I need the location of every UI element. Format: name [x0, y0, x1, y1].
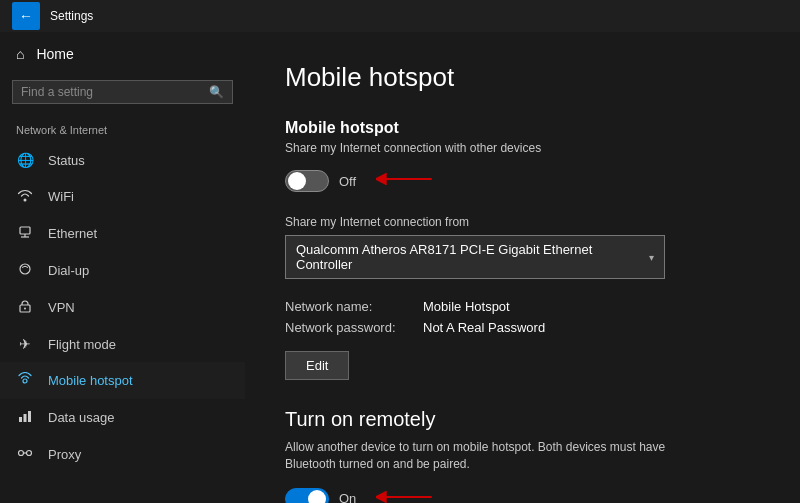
flight-icon: ✈: [16, 336, 34, 352]
sidebar-item-label: Ethernet: [48, 226, 97, 241]
network-password-label: Network password:: [285, 320, 415, 335]
hotspot-toggle[interactable]: [285, 170, 329, 192]
svg-point-6: [23, 379, 27, 383]
remote-toggle-row: On: [285, 485, 760, 503]
sidebar-section-title: Network & Internet: [0, 116, 245, 142]
hotspot-section-title: Mobile hotspot: [285, 119, 760, 137]
titlebar-title: Settings: [50, 9, 93, 23]
sidebar-item-label: VPN: [48, 300, 75, 315]
sidebar-item-vpn[interactable]: VPN: [0, 289, 245, 326]
edit-button[interactable]: Edit: [285, 351, 349, 380]
arrow-annotation-2: [376, 485, 436, 503]
sidebar-item-proxy[interactable]: Proxy: [0, 436, 245, 473]
hotspot-toggle-knob: [288, 172, 306, 190]
back-button[interactable]: ←: [12, 2, 40, 30]
sidebar-item-label: Flight mode: [48, 337, 116, 352]
sidebar-item-label: Status: [48, 153, 85, 168]
dropdown-label: Share my Internet connection from: [285, 215, 760, 229]
sidebar-item-label: Mobile hotspot: [48, 373, 133, 388]
sidebar-item-wifi[interactable]: WiFi: [0, 178, 245, 215]
remotely-title: Turn on remotely: [285, 408, 760, 431]
svg-point-5: [24, 308, 26, 310]
sidebar-item-label: Dial-up: [48, 263, 89, 278]
wifi-icon: [16, 188, 34, 205]
sidebar-item-label: Proxy: [48, 447, 81, 462]
svg-rect-9: [28, 411, 31, 422]
network-name-row: Network name: Mobile Hotspot: [285, 299, 760, 314]
sidebar-item-dialup[interactable]: Dial-up: [0, 252, 245, 289]
connection-dropdown[interactable]: Qualcomm Atheros AR8171 PCI-E Gigabit Et…: [285, 235, 665, 279]
sidebar-home[interactable]: ⌂ Home: [0, 32, 245, 76]
data-usage-icon: [16, 409, 34, 426]
home-icon: ⌂: [16, 46, 24, 62]
search-box[interactable]: 🔍: [12, 80, 233, 104]
globe-icon: 🌐: [16, 152, 34, 168]
back-icon: ←: [19, 8, 33, 24]
sidebar-item-data-usage[interactable]: Data usage: [0, 399, 245, 436]
dialup-icon: [16, 262, 34, 279]
network-name-label: Network name:: [285, 299, 415, 314]
arrow-annotation-1: [376, 167, 436, 195]
network-password-value: Not A Real Password: [423, 320, 545, 335]
remote-toggle-knob: [308, 490, 326, 503]
svg-rect-8: [24, 414, 27, 422]
network-info: Network name: Mobile Hotspot Network pas…: [285, 299, 760, 335]
sidebar-item-label: WiFi: [48, 189, 74, 204]
vpn-icon: [16, 299, 34, 316]
titlebar: ← Settings: [0, 0, 800, 32]
ethernet-icon: [16, 225, 34, 242]
svg-rect-7: [19, 417, 22, 422]
svg-point-11: [27, 451, 32, 456]
remote-toggle[interactable]: [285, 488, 329, 503]
proxy-icon: [16, 446, 34, 463]
svg-point-3: [20, 264, 30, 274]
hotspot-toggle-row: Off: [285, 167, 760, 195]
hotspot-section-desc: Share my Internet connection with other …: [285, 141, 760, 155]
sidebar-item-mobile-hotspot[interactable]: Mobile hotspot: [0, 362, 245, 399]
hotspot-icon: [16, 372, 34, 389]
svg-rect-0: [20, 227, 30, 234]
connection-from-section: Share my Internet connection from Qualco…: [285, 215, 760, 279]
network-name-value: Mobile Hotspot: [423, 299, 510, 314]
main-content: Mobile hotspot Mobile hotspot Share my I…: [245, 32, 800, 503]
sidebar-item-status[interactable]: 🌐 Status: [0, 142, 245, 178]
search-icon: 🔍: [209, 85, 224, 99]
dropdown-value: Qualcomm Atheros AR8171 PCI-E Gigabit Et…: [296, 242, 649, 272]
app-body: ⌂ Home 🔍 Network & Internet 🌐 Status WiF…: [0, 32, 800, 503]
hotspot-toggle-label: Off: [339, 174, 356, 189]
chevron-down-icon: ▾: [649, 252, 654, 263]
svg-point-10: [19, 451, 24, 456]
page-title: Mobile hotspot: [285, 62, 760, 93]
sidebar-home-label: Home: [36, 46, 73, 62]
sidebar-item-ethernet[interactable]: Ethernet: [0, 215, 245, 252]
sidebar: ⌂ Home 🔍 Network & Internet 🌐 Status WiF…: [0, 32, 245, 503]
sidebar-item-label: Data usage: [48, 410, 115, 425]
network-password-row: Network password: Not A Real Password: [285, 320, 760, 335]
search-input[interactable]: [21, 85, 203, 99]
remotely-desc: Allow another device to turn on mobile h…: [285, 439, 705, 473]
sidebar-item-flight-mode[interactable]: ✈ Flight mode: [0, 326, 245, 362]
remote-toggle-label: On: [339, 491, 356, 503]
